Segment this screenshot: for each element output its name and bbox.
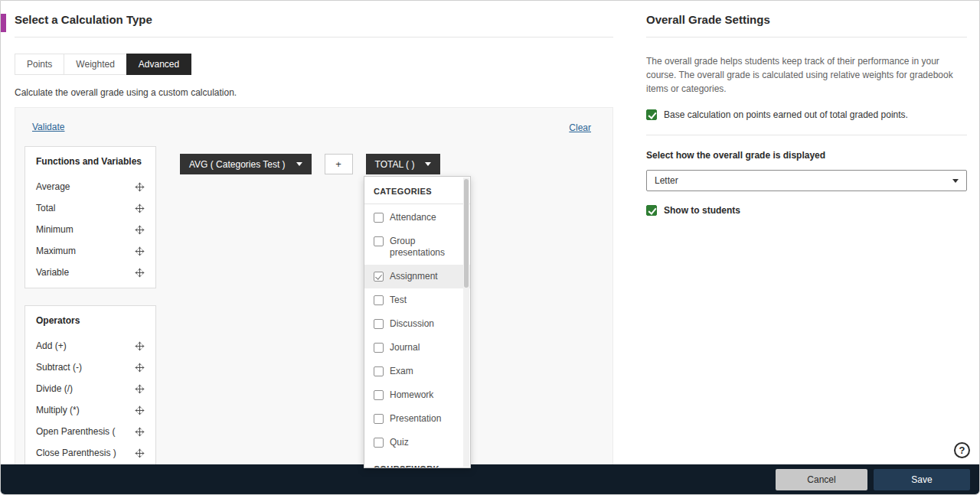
category-list: AttendanceGroup presentationsAssignmentT… — [364, 206, 470, 454]
help-glyph: ? — [959, 445, 965, 456]
operator-item[interactable]: Add (+) — [36, 335, 145, 357]
category-label: Presentation — [390, 413, 441, 425]
total-chip-label: TOTAL ( ) — [375, 159, 415, 170]
category-label: Exam — [390, 366, 413, 377]
function-item[interactable]: Variable — [36, 262, 145, 283]
category-label: Attendance — [390, 212, 436, 223]
function-item[interactable]: Maximum — [36, 240, 145, 262]
operator-item[interactable]: Open Parenthesis ( — [36, 421, 145, 442]
move-icon — [135, 384, 145, 394]
category-option[interactable]: Assignment — [364, 265, 470, 288]
avg-chip-label: AVG ( Categories Test ) — [189, 159, 286, 170]
total-categories-dropdown: CATEGORIES AttendanceGroup presentations… — [364, 176, 471, 468]
categories-section-header: CATEGORIES — [364, 177, 470, 204]
total-function-chip[interactable]: TOTAL ( ) — [366, 154, 441, 174]
function-item-label: Maximum — [36, 246, 76, 256]
operators-card-title: Operators — [36, 315, 145, 326]
category-label: Journal — [390, 342, 420, 353]
function-item[interactable]: Average — [36, 176, 145, 197]
category-option[interactable]: Exam — [364, 360, 470, 383]
move-icon — [135, 182, 145, 192]
category-checkbox[interactable] — [374, 236, 384, 246]
base-calculation-label: Base calculation on points earned out of… — [664, 109, 908, 120]
display-mode-label: Select how the overall grade is displaye… — [646, 150, 967, 161]
category-checkbox[interactable] — [374, 366, 384, 376]
move-icon — [135, 268, 145, 278]
tab-points[interactable]: Points — [15, 54, 64, 75]
category-label: Quiz — [390, 437, 409, 448]
move-icon — [135, 448, 145, 458]
show-to-students-row[interactable]: Show to students — [646, 204, 967, 216]
function-item-label: Minimum — [36, 224, 74, 235]
operator-item-label: Add (+) — [36, 340, 67, 351]
move-icon — [135, 341, 145, 351]
move-icon — [135, 363, 145, 373]
calculation-type-tabs: Points Weighted Advanced — [15, 54, 613, 75]
tab-weighted[interactable]: Weighted — [64, 54, 126, 75]
show-to-students-label: Show to students — [664, 205, 740, 216]
chevron-down-icon — [296, 162, 302, 166]
operator-item[interactable]: Divide (/) — [36, 378, 145, 399]
help-icon[interactable]: ? — [954, 442, 970, 458]
category-option[interactable]: Test — [364, 288, 470, 312]
dropdown-scrollbar[interactable] — [463, 177, 469, 467]
title-divider — [15, 37, 613, 37]
chevron-down-icon — [425, 162, 431, 166]
category-checkbox[interactable] — [374, 390, 384, 400]
category-option[interactable]: Journal — [364, 336, 470, 360]
operator-item-label: Close Parenthesis ) — [36, 448, 116, 458]
page-title: Select a Calculation Type — [15, 13, 613, 27]
calculation-type-panel: Select a Calculation Type Points Weighte… — [15, 13, 613, 467]
show-to-students-checkbox[interactable] — [646, 205, 657, 216]
functions-card: Functions and Variables AverageTotalMini… — [24, 146, 156, 288]
functions-card-title: Functions and Variables — [36, 156, 145, 167]
category-option[interactable]: Presentation — [364, 407, 470, 431]
cancel-button[interactable]: Cancel — [776, 469, 867, 490]
move-icon — [135, 405, 145, 415]
function-item[interactable]: Minimum — [36, 219, 145, 240]
category-checkbox[interactable] — [374, 343, 384, 353]
calculation-editor: Validate Clear Functions and Variables A… — [15, 107, 613, 467]
operator-item[interactable]: Subtract (-) — [36, 357, 145, 378]
scrollbar-thumb[interactable] — [464, 179, 469, 288]
category-label: Discussion — [390, 318, 434, 330]
operator-item-label: Subtract (-) — [36, 362, 82, 373]
category-checkbox[interactable] — [374, 438, 384, 448]
category-option[interactable]: Quiz — [364, 431, 470, 454]
move-icon — [135, 225, 145, 235]
avg-function-chip[interactable]: AVG ( Categories Test ) — [180, 154, 312, 174]
grade-display-select[interactable]: Letter — [646, 170, 967, 191]
settings-section-divider — [646, 135, 967, 135]
category-checkbox[interactable] — [374, 414, 384, 424]
footer-bar: Cancel Save — [1, 464, 979, 494]
expression-row: AVG ( Categories Test ) + TOTAL ( ) — [180, 154, 440, 174]
operator-item[interactable]: Close Parenthesis ) — [36, 442, 145, 464]
plus-operator-chip[interactable]: + — [325, 154, 353, 174]
functions-list: AverageTotalMinimumMaximumVariable — [36, 176, 145, 283]
function-item[interactable]: Total — [36, 197, 145, 219]
operator-item[interactable]: Multiply (*) — [36, 399, 145, 421]
overall-grade-settings-panel: Overall Grade Settings The overall grade… — [646, 13, 967, 216]
save-button[interactable]: Save — [874, 469, 970, 490]
clear-link[interactable]: Clear — [569, 122, 591, 133]
settings-description: The overall grade helps students keep tr… — [646, 54, 967, 96]
category-option[interactable]: Homework — [364, 383, 470, 407]
settings-title-divider — [646, 37, 967, 37]
base-calculation-row[interactable]: Base calculation on points earned out of… — [646, 109, 967, 120]
operator-item-label: Open Parenthesis ( — [36, 426, 115, 437]
category-checkbox[interactable] — [374, 213, 384, 223]
accent-bar — [1, 14, 6, 32]
category-checkbox[interactable] — [374, 319, 384, 329]
tab-advanced[interactable]: Advanced — [126, 54, 191, 75]
base-calculation-checkbox[interactable] — [646, 109, 657, 120]
validate-link[interactable]: Validate — [32, 122, 64, 132]
category-option[interactable]: Group presentations — [364, 230, 470, 265]
function-item-label: Total — [36, 203, 55, 213]
category-label: Group presentations — [390, 236, 455, 259]
operators-card: Operators Add (+)Subtract (-)Divide (/)M… — [24, 305, 156, 468]
gradebook-settings-window: Select a Calculation Type Points Weighte… — [0, 0, 980, 495]
category-option[interactable]: Discussion — [364, 312, 470, 336]
category-option[interactable]: Attendance — [364, 206, 470, 230]
category-checkbox[interactable] — [374, 272, 384, 282]
category-checkbox[interactable] — [374, 295, 384, 305]
